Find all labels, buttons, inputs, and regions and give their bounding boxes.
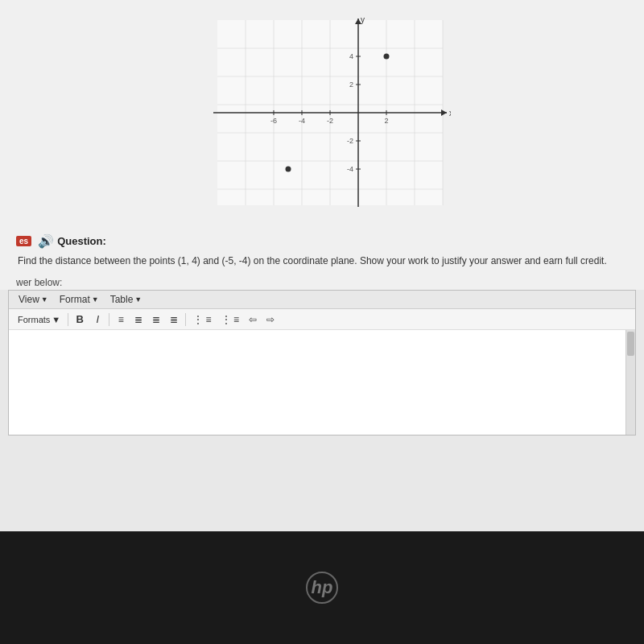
- question-section: es 🔊 Question: Find the distance between…: [0, 225, 644, 272]
- formats-dropdown[interactable]: Formats ▼: [14, 313, 64, 326]
- align-right-button[interactable]: ≣: [148, 312, 164, 327]
- align-justify-button[interactable]: ≣: [166, 312, 182, 327]
- point-minus5-minus4: [286, 167, 291, 172]
- view-menu[interactable]: View ▼: [14, 292, 53, 307]
- align-center-button[interactable]: ≣: [130, 312, 147, 327]
- bold-button[interactable]: B: [72, 312, 88, 327]
- align-left-button[interactable]: ≡: [113, 312, 129, 327]
- es-badge: es: [16, 236, 31, 246]
- answer-label: wer below:: [0, 272, 644, 290]
- indent-decrease-button[interactable]: ⇦: [245, 312, 261, 327]
- format-menu[interactable]: Format ▼: [55, 292, 104, 307]
- svg-text:-4: -4: [299, 117, 305, 125]
- svg-text:-6: -6: [270, 117, 277, 125]
- list-number-button[interactable]: ⋮ ≡: [217, 312, 243, 327]
- scrollbar[interactable]: [625, 330, 635, 435]
- svg-text:y: y: [361, 15, 365, 24]
- scrollbar-thumb[interactable]: [627, 332, 634, 356]
- point-1-4: [384, 54, 390, 60]
- coordinate-plane: x y -6 -4 -2 2: [193, 8, 451, 217]
- svg-text:2: 2: [349, 80, 353, 89]
- svg-text:-2: -2: [347, 137, 353, 145]
- laptop-bezel: hp: [0, 531, 644, 644]
- separator-3: [185, 313, 186, 326]
- table-menu-arrow: ▼: [134, 295, 142, 303]
- view-menu-arrow: ▼: [41, 295, 48, 303]
- separator-1: [68, 313, 68, 326]
- question-label: Question:: [57, 235, 106, 247]
- hp-logo: hp: [306, 572, 338, 604]
- svg-text:4: 4: [349, 52, 353, 60]
- italic-button[interactable]: I: [89, 312, 105, 327]
- format-menu-arrow: ▼: [92, 295, 99, 303]
- indent-increase-button[interactable]: ⇨: [262, 312, 279, 327]
- editor-body[interactable]: [9, 330, 635, 435]
- question-text: Find the distance between the points (1,…: [18, 254, 628, 268]
- screen: x y -6 -4 -2 2: [0, 0, 644, 531]
- formats-arrow: ▼: [52, 315, 60, 324]
- svg-text:-4: -4: [347, 165, 353, 173]
- svg-text:2: 2: [384, 117, 388, 125]
- graph-container: x y -6 -4 -2 2: [0, 0, 644, 225]
- toolbar-bar: Formats ▼ B I ≡ ≣ ≣ ≣ ⋮ ≡ ⋮ ≡ ⇦ ⇨: [9, 309, 635, 330]
- separator-2: [109, 313, 109, 326]
- list-bullet-button[interactable]: ⋮ ≡: [189, 312, 215, 327]
- svg-text:-2: -2: [327, 117, 333, 125]
- question-header: es 🔊 Question:: [16, 233, 628, 249]
- table-menu[interactable]: Table ▼: [105, 292, 147, 307]
- svg-text:x: x: [449, 109, 451, 118]
- speaker-icon: 🔊: [38, 233, 54, 249]
- editor-container: View ▼ Format ▼ Table ▼ Formats ▼ B I ≡ …: [8, 290, 636, 436]
- menu-bar: View ▼ Format ▼ Table ▼: [9, 291, 635, 309]
